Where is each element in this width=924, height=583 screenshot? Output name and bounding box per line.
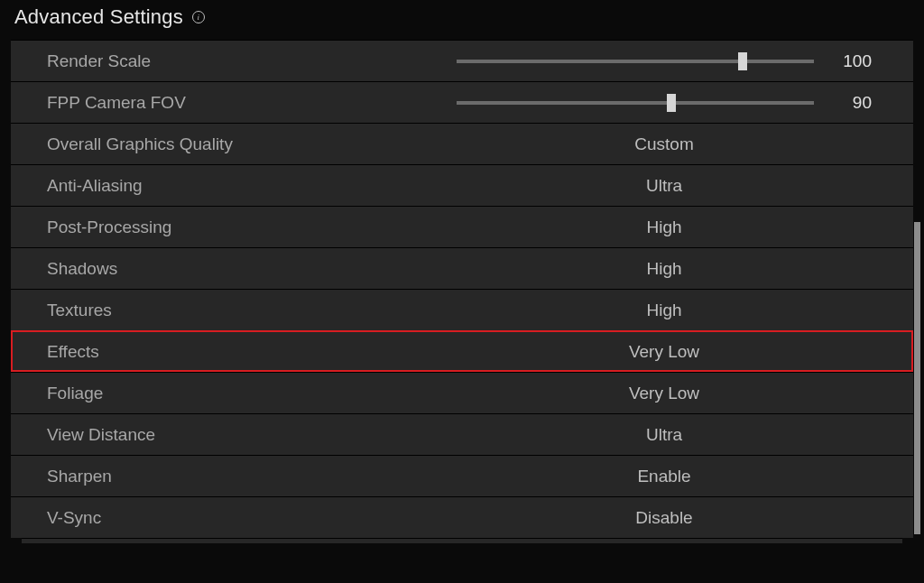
row-foliage[interactable]: Foliage Very Low (11, 372, 913, 413)
label-fpp-camera-fov: FPP Camera FOV (47, 93, 426, 113)
info-icon[interactable]: i (192, 11, 205, 23)
slider-render-scale[interactable]: 100 (457, 51, 872, 71)
row-overall-graphics[interactable]: Overall Graphics Quality Custom (11, 123, 913, 164)
control-vsync[interactable]: Disable (426, 508, 902, 528)
value-shadows: High (646, 259, 681, 279)
value-foliage: Very Low (629, 384, 699, 403)
control-foliage[interactable]: Very Low (426, 384, 902, 403)
control-post-processing[interactable]: High (426, 217, 902, 237)
row-sharpen[interactable]: Sharpen Enable (11, 455, 913, 496)
label-effects: Effects (47, 342, 426, 362)
row-render-scale[interactable]: Render Scale 100 (11, 40, 913, 81)
slider-track[interactable] (457, 60, 814, 63)
label-sharpen: Sharpen (47, 467, 426, 486)
row-view-distance[interactable]: View Distance Ultra (11, 413, 913, 455)
label-foliage: Foliage (47, 384, 426, 403)
value-vsync: Disable (635, 508, 692, 528)
control-anti-aliasing[interactable]: Ultra (426, 176, 902, 196)
row-effects[interactable]: Effects Very Low (11, 330, 913, 372)
value-overall-graphics: Custom (634, 134, 693, 154)
slider-track[interactable] (457, 101, 814, 105)
value-effects: Very Low (629, 342, 699, 362)
label-vsync: V-Sync (47, 508, 426, 528)
value-sharpen: Enable (637, 467, 690, 486)
control-textures[interactable]: High (426, 301, 902, 320)
value-view-distance: Ultra (646, 425, 682, 445)
scrollbar-thumb[interactable] (914, 222, 920, 534)
slider-fpp-camera-fov[interactable]: 90 (457, 93, 872, 113)
label-view-distance: View Distance (47, 425, 426, 445)
label-overall-graphics: Overall Graphics Quality (47, 134, 426, 154)
row-post-processing[interactable]: Post-Processing High (11, 206, 913, 247)
value-post-processing: High (646, 217, 681, 237)
control-effects[interactable]: Very Low (426, 342, 902, 362)
slider-value: 100 (832, 51, 872, 71)
control-shadows[interactable]: High (426, 259, 902, 279)
control-view-distance[interactable]: Ultra (426, 425, 902, 445)
section-title: Advanced Settings (14, 5, 183, 29)
section-header: Advanced Settings i (0, 0, 924, 40)
row-fpp-camera-fov[interactable]: FPP Camera FOV 90 (11, 81, 913, 123)
control-sharpen[interactable]: Enable (426, 467, 902, 486)
slider-thumb[interactable] (738, 52, 747, 70)
label-post-processing: Post-Processing (47, 217, 426, 237)
value-anti-aliasing: Ultra (646, 176, 682, 196)
control-fpp-camera-fov: 90 (426, 93, 902, 113)
label-anti-aliasing: Anti-Aliasing (47, 176, 426, 196)
list-footer-divider (22, 538, 902, 543)
advanced-settings-list: Render Scale 100 FPP Camera FOV 90 Overa… (0, 40, 924, 543)
row-shadows[interactable]: Shadows High (11, 247, 913, 289)
row-anti-aliasing[interactable]: Anti-Aliasing Ultra (11, 164, 913, 206)
control-render-scale: 100 (426, 51, 902, 71)
control-overall-graphics[interactable]: Custom (426, 134, 902, 154)
label-render-scale: Render Scale (47, 51, 426, 71)
row-vsync[interactable]: V-Sync Disable (11, 496, 913, 538)
slider-value: 90 (832, 93, 872, 113)
row-textures[interactable]: Textures High (11, 289, 913, 330)
label-shadows: Shadows (47, 259, 426, 279)
label-textures: Textures (47, 301, 426, 320)
slider-thumb[interactable] (667, 94, 676, 112)
value-textures: High (646, 301, 681, 320)
